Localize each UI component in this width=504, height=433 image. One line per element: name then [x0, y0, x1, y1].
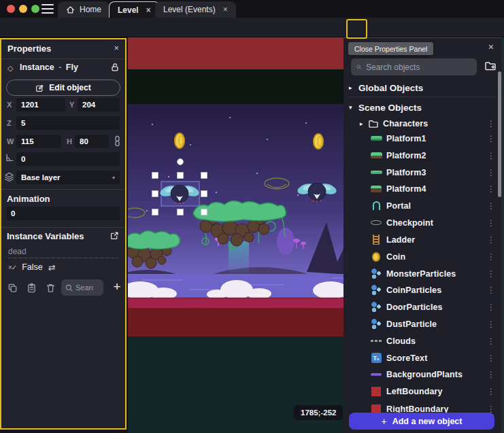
- object-row-ladder[interactable]: Ladder ⋮: [343, 232, 501, 247]
- variables-search[interactable]: [61, 279, 103, 296]
- group-global-objects[interactable]: ▸ Global Objects: [343, 80, 501, 95]
- item-menu-icon[interactable]: ⋮: [487, 387, 495, 396]
- item-menu-icon[interactable]: ⋮: [487, 252, 495, 262]
- object-row-monsterparticles[interactable]: MonsterParticles ⋮: [343, 266, 501, 281]
- angle-input[interactable]: [16, 152, 120, 166]
- instance-name: Fly: [66, 63, 78, 72]
- unlock-icon: [110, 63, 120, 72]
- particles-icon: [370, 269, 382, 279]
- object-row-portal[interactable]: Portal ⋮: [343, 198, 501, 213]
- h-label: H: [67, 137, 72, 145]
- divider: [349, 97, 496, 97]
- item-menu-icon[interactable]: ⋮: [487, 235, 495, 245]
- animation-input[interactable]: [6, 207, 120, 220]
- fly-instance-selected[interactable]: [158, 181, 200, 206]
- item-menu-icon[interactable]: ⋮: [487, 269, 495, 279]
- object-row-coin[interactable]: Coin ⋮: [343, 249, 501, 264]
- y-input[interactable]: [78, 98, 120, 111]
- tab-level-label: Level: [118, 5, 139, 15]
- object-row-clouds[interactable]: Clouds ⋮: [343, 334, 501, 348]
- variable-value-row[interactable]: ×✓ False ⇄: [8, 261, 56, 273]
- plus-icon: +: [382, 416, 387, 427]
- layer-select[interactable]: Base layer ▾: [16, 171, 120, 184]
- window-zoom-button[interactable]: [31, 5, 39, 13]
- properties-title: Properties: [7, 44, 51, 54]
- z-input[interactable]: [16, 116, 120, 130]
- copy-button[interactable]: [5, 280, 20, 295]
- animation-heading: Animation: [7, 194, 50, 204]
- item-menu-icon[interactable]: ⋮: [487, 336, 495, 346]
- search-icon: [356, 63, 361, 71]
- object-row-doorparticles[interactable]: DoorParticles ⋮: [343, 300, 501, 314]
- app-window: { "colors": { "accent": "#5044da", "high…: [0, 0, 504, 433]
- item-menu-icon[interactable]: ⋮: [487, 119, 495, 128]
- delete-instance-button[interactable]: [43, 280, 58, 295]
- item-menu-icon[interactable]: ⋮: [487, 353, 495, 363]
- rotate-handle[interactable]: [178, 159, 184, 165]
- platform1-icon: [370, 136, 382, 141]
- edit-object-button[interactable]: Edit object: [6, 80, 120, 96]
- object-row-platform1[interactable]: Platform1 ⋮: [343, 131, 501, 145]
- variable-name[interactable]: dead: [8, 247, 118, 258]
- object-folder-characters[interactable]: ▸ Characters ⋮: [343, 116, 501, 131]
- caret-down-icon: ▾: [349, 104, 356, 111]
- trash-icon: [46, 283, 56, 293]
- add-folder-button[interactable]: [484, 60, 497, 74]
- object-row-platform3[interactable]: Platform3 ⋮: [343, 165, 501, 179]
- item-menu-icon[interactable]: ⋮: [487, 184, 495, 194]
- tab-close-icon[interactable]: ×: [223, 5, 228, 14]
- item-menu-icon[interactable]: ⋮: [487, 201, 495, 211]
- tab-home-label: Home: [80, 5, 101, 14]
- item-menu-icon[interactable]: ⋮: [487, 134, 495, 143]
- close-icon[interactable]: ×: [114, 43, 119, 53]
- width-input[interactable]: [16, 135, 61, 148]
- checkpoint-icon: [370, 220, 382, 225]
- tab-level-events[interactable]: Level (Events) ×: [155, 1, 236, 18]
- object-row-checkpoint[interactable]: Checkpoint ⋮: [343, 215, 501, 230]
- object-row-backgroundplants[interactable]: BackgroundPlants ⋮: [343, 367, 501, 381]
- object-row-leftboundary[interactable]: LeftBoundary ⋮: [343, 384, 501, 398]
- objects-search[interactable]: [351, 58, 477, 75]
- paste-button[interactable]: [24, 280, 39, 295]
- object-row-dustparticle[interactable]: DustParticle ⋮: [343, 317, 501, 331]
- window-minimize-button[interactable]: [19, 5, 27, 13]
- caret-right-icon: ▸: [349, 84, 356, 91]
- background-plants-icon: [370, 373, 382, 376]
- search-icon: [65, 284, 73, 292]
- objects-search-input[interactable]: [366, 63, 471, 72]
- object-row-scoretext[interactable]: Tx ScoreText ⋮: [343, 351, 501, 365]
- add-variable-button[interactable]: +: [109, 279, 125, 294]
- item-menu-icon[interactable]: ⋮: [487, 370, 495, 379]
- object-row-platform4[interactable]: Platform4 ⋮: [343, 181, 501, 196]
- layers-icon: [4, 172, 14, 185]
- variables-search-input[interactable]: [75, 283, 93, 292]
- y-label: Y: [69, 101, 74, 109]
- item-menu-icon[interactable]: ⋮: [487, 285, 495, 295]
- lock-button[interactable]: [110, 63, 120, 75]
- close-icon[interactable]: ×: [488, 41, 494, 52]
- item-menu-icon[interactable]: ⋮: [487, 218, 495, 228]
- text-object-icon: Tx: [370, 353, 382, 363]
- item-menu-icon[interactable]: ⋮: [487, 319, 495, 329]
- add-new-object-button[interactable]: + Add a new object: [349, 413, 494, 430]
- item-menu-icon[interactable]: ⋮: [487, 168, 495, 177]
- tab-level[interactable]: Level ×: [109, 1, 160, 18]
- platform4-icon: [370, 186, 382, 192]
- x-label: X: [7, 101, 12, 109]
- height-input[interactable]: [75, 135, 109, 148]
- group-scene-objects[interactable]: ▾ Scene Objects: [343, 100, 501, 115]
- menu-icon[interactable]: [41, 4, 54, 14]
- object-row-coinparticles[interactable]: CoinParticles ⋮: [343, 283, 501, 297]
- item-menu-icon[interactable]: ⋮: [487, 302, 495, 312]
- tab-home[interactable]: Home: [58, 1, 110, 18]
- window-close-button[interactable]: [7, 5, 15, 13]
- lock-ratio-button[interactable]: [113, 135, 122, 150]
- swap-icon[interactable]: ⇄: [48, 262, 56, 273]
- object-row-platform2[interactable]: Platform2 ⋮: [343, 148, 501, 162]
- open-variables-button[interactable]: [110, 230, 119, 243]
- properties-panel: Properties × ◇ Instance - Fly Edit objec…: [0, 38, 127, 430]
- tab-close-icon[interactable]: ×: [146, 5, 151, 15]
- item-menu-icon[interactable]: ⋮: [487, 151, 495, 160]
- home-icon: [66, 5, 75, 14]
- x-input[interactable]: [16, 98, 65, 111]
